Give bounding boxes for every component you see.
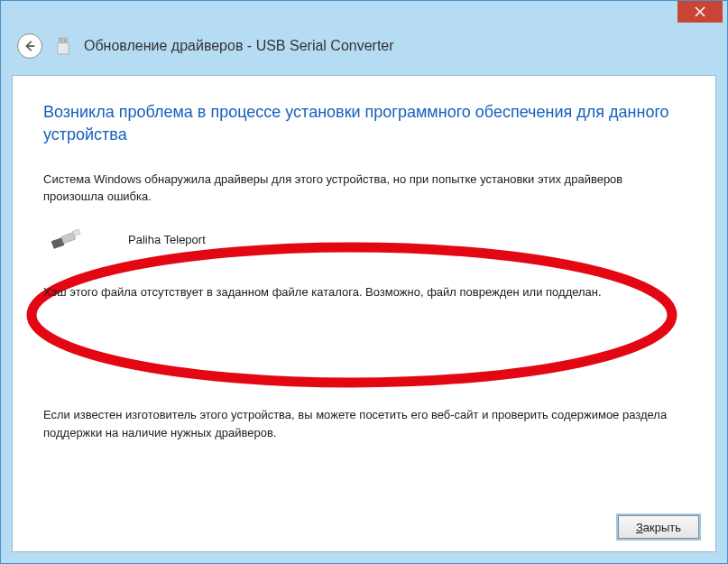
dialog-title: Обновление драйверов - USB Serial Conver… (84, 38, 394, 54)
usb-connector-icon (51, 227, 83, 251)
error-message-text: Хэш этого файла отсутствует в заданном ф… (43, 283, 685, 301)
dialog-header: Обновление драйверов - USB Serial Conver… (1, 30, 727, 75)
close-button-mnemonic: З (636, 521, 643, 534)
annotation-ellipse (18, 236, 686, 394)
svg-rect-4 (58, 42, 69, 53)
window-close-button[interactable] (677, 1, 723, 23)
content-panel: Возникла проблема в процессе установки п… (12, 75, 716, 552)
titlebar (1, 1, 727, 30)
arrow-left-icon (23, 40, 36, 52)
svg-rect-6 (64, 39, 66, 42)
svg-rect-9 (72, 229, 80, 236)
svg-rect-5 (60, 39, 62, 42)
svg-point-10 (32, 247, 672, 383)
back-button[interactable] (17, 33, 42, 59)
device-name: Paliha Teleport (128, 233, 206, 246)
description-text: Система Windows обнаружила драйверы для … (43, 171, 685, 206)
close-icon (695, 6, 705, 17)
device-row: Paliha Teleport (43, 227, 685, 251)
svg-rect-3 (60, 38, 68, 42)
close-button[interactable]: Закрыть (618, 515, 699, 539)
error-section: Хэш этого файла отсутствует в заданном ф… (43, 283, 685, 374)
device-category-icon (55, 37, 71, 55)
hint-text: Если известен изготовитель этого устройс… (43, 406, 685, 441)
problem-heading: Возникла проблема в процессе установки п… (43, 101, 685, 146)
driver-update-dialog: Обновление драйверов - USB Serial Conver… (0, 0, 728, 564)
close-button-label-rest: акрыть (643, 521, 681, 534)
